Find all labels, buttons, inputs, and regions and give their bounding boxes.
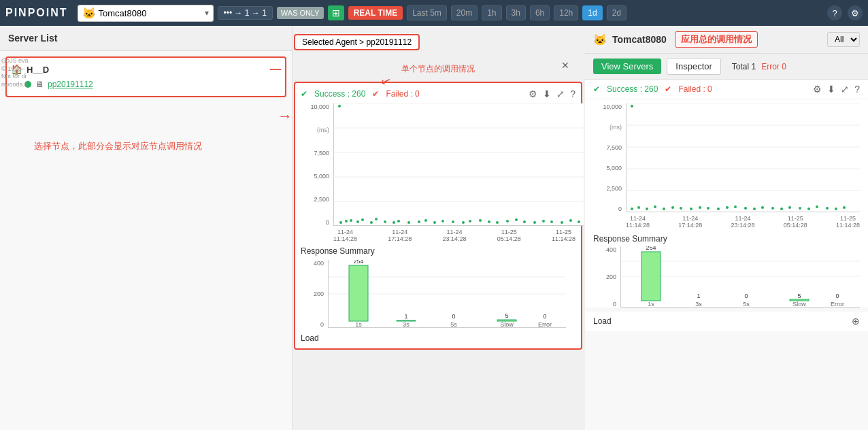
svg-point-28 bbox=[523, 220, 526, 223]
all-select[interactable]: All bbox=[827, 32, 860, 47]
svg-point-9 bbox=[361, 218, 364, 221]
grid-button[interactable]: ⊞ bbox=[328, 5, 344, 20]
expand-icon[interactable]: ⤢ bbox=[556, 88, 565, 99]
time-btn-2d[interactable]: 2d bbox=[607, 5, 627, 20]
svg-point-27 bbox=[515, 218, 518, 221]
left-scatter-chart bbox=[333, 103, 584, 226]
right-expand-icon[interactable]: ⤢ bbox=[841, 84, 849, 95]
right-load-title: Load bbox=[593, 316, 612, 326]
inspector-button[interactable]: Inspector bbox=[667, 58, 720, 75]
close-icon[interactable]: ✕ bbox=[561, 60, 569, 71]
right-response-summary-title: Response Summary bbox=[593, 234, 860, 244]
time-btn-3h[interactable]: 3h bbox=[506, 5, 526, 20]
svg-point-10 bbox=[370, 221, 373, 224]
svg-point-67 bbox=[726, 206, 729, 209]
time-btn-last5m[interactable]: Last 5m bbox=[407, 5, 447, 20]
collapse-icon[interactable]: — bbox=[270, 63, 281, 76]
svg-point-35 bbox=[338, 105, 341, 108]
svg-point-56 bbox=[631, 208, 633, 210]
svg-point-7 bbox=[350, 219, 352, 222]
connection-info: ••• → 1 → 1 bbox=[218, 6, 273, 20]
left-bar-chart: 254 1 0 5 0 1s 3s 5s Slow Error bbox=[328, 260, 566, 328]
svg-point-59 bbox=[654, 205, 656, 208]
right-subtitle: 应用总的调用情况 bbox=[675, 31, 758, 48]
svg-point-33 bbox=[569, 219, 572, 222]
right-settings-icon[interactable]: ⚙ bbox=[813, 84, 822, 95]
left-response-summary-title: Response Summary bbox=[301, 246, 575, 256]
agent-item[interactable]: 🖥 pp20191112 bbox=[11, 77, 281, 92]
svg-text:0: 0 bbox=[744, 293, 748, 299]
svg-text:Error: Error bbox=[831, 301, 844, 308]
svg-text:5: 5 bbox=[797, 293, 801, 299]
svg-point-65 bbox=[707, 207, 710, 210]
left-chart-panel: ✔ Success : 260 ✔ Failed : 0 ⚙ ⬇ ⤢ ? 10,… bbox=[294, 82, 582, 350]
svg-point-12 bbox=[384, 220, 386, 223]
connection-text: ••• → 1 → 1 bbox=[224, 8, 267, 18]
right-load-expand-icon[interactable]: ⊕ bbox=[852, 316, 860, 327]
annotation-arrow2: → bbox=[278, 108, 293, 125]
svg-text:0: 0 bbox=[835, 293, 839, 299]
time-btn-6h[interactable]: 6h bbox=[530, 5, 550, 20]
svg-point-34 bbox=[578, 220, 580, 223]
right-help-icon[interactable]: ? bbox=[854, 84, 860, 95]
select-node-annotation: 选择节点，此部分会显示对应节点调用情况 bbox=[34, 140, 202, 152]
settings-panel-icon[interactable]: ⚙ bbox=[529, 88, 537, 99]
sidebar: GoJS eva © 1998– Not for di nwoods.c Ser… bbox=[0, 26, 293, 430]
svg-point-19 bbox=[441, 220, 444, 222]
right-toolbar: View Servers Inspector Total 1 Error 0 bbox=[585, 54, 868, 80]
right-x-axis: 11-2411:14:28 11-2417:14:28 11-2423:14:2… bbox=[626, 215, 860, 229]
realtime-button[interactable]: REAL TIME bbox=[348, 6, 403, 20]
svg-text:1: 1 bbox=[404, 313, 407, 320]
svg-point-58 bbox=[646, 208, 648, 210]
right-download-icon[interactable]: ⬇ bbox=[827, 84, 835, 95]
svg-point-32 bbox=[561, 221, 563, 224]
svg-point-69 bbox=[744, 207, 747, 210]
svg-point-71 bbox=[761, 206, 764, 209]
right-stat-row: ✔ Success : 260 ✔ Failed : 0 ⚙ ⬇ ⤢ ? bbox=[585, 80, 868, 99]
right-panel: 🐱 Tomcat8080 应用总的调用情况 All View Servers I… bbox=[585, 26, 868, 430]
server-group-name: H__D bbox=[27, 65, 266, 75]
agent-name[interactable]: pp20191112 bbox=[48, 80, 93, 89]
svg-point-29 bbox=[533, 221, 536, 224]
svg-point-74 bbox=[788, 206, 791, 209]
right-title: Tomcat8080 bbox=[612, 34, 667, 45]
was-only-button[interactable]: WAS ONLY bbox=[277, 7, 324, 19]
svg-point-68 bbox=[734, 205, 737, 208]
time-btn-1d[interactable]: 1d bbox=[582, 5, 602, 20]
settings-icon[interactable]: ⚙ bbox=[848, 5, 863, 20]
download-icon[interactable]: ⬇ bbox=[543, 88, 551, 99]
app-name: Tomcat8080 bbox=[99, 8, 202, 18]
single-node-label: 单个节点的调用情况 bbox=[401, 63, 475, 75]
svg-point-31 bbox=[550, 220, 553, 223]
svg-point-64 bbox=[699, 206, 701, 209]
svg-text:Slow: Slow bbox=[792, 301, 806, 308]
gojs-eval-text: GoJS eva © 1998– Not for di nwoods.c bbox=[1, 57, 42, 89]
svg-point-18 bbox=[433, 221, 436, 224]
total-label: Total 1 bbox=[732, 62, 756, 71]
svg-text:1s: 1s bbox=[355, 321, 362, 328]
time-btn-20m[interactable]: 20m bbox=[451, 5, 478, 20]
svg-text:254: 254 bbox=[353, 260, 363, 265]
left-failed-check: ✔ bbox=[372, 89, 379, 99]
svg-point-20 bbox=[452, 220, 454, 223]
svg-point-79 bbox=[835, 208, 837, 210]
help-icon[interactable]: ? bbox=[827, 5, 842, 20]
chevron-down-icon: ▾ bbox=[205, 8, 209, 18]
right-y-axis: 10,000 (ms) 7,500 5,000 2,500 0 bbox=[593, 103, 623, 212]
svg-point-15 bbox=[407, 221, 410, 224]
svg-point-13 bbox=[393, 221, 395, 224]
help-panel-icon[interactable]: ? bbox=[570, 88, 575, 99]
svg-text:5s: 5s bbox=[743, 301, 750, 308]
svg-point-63 bbox=[690, 208, 692, 210]
svg-point-73 bbox=[780, 208, 783, 210]
server-list-content: 🏠 H__D — 🖥 pp20191112 bbox=[0, 51, 292, 107]
time-btn-12h[interactable]: 12h bbox=[554, 5, 578, 20]
time-btn-1h[interactable]: 1h bbox=[482, 5, 501, 20]
svg-point-5 bbox=[339, 221, 342, 224]
header-icons: ? ⚙ bbox=[827, 5, 863, 20]
svg-point-61 bbox=[671, 206, 674, 209]
svg-text:Error: Error bbox=[538, 321, 552, 328]
app-selector[interactable]: 🐱 Tomcat8080 ▾ bbox=[78, 5, 214, 22]
svg-point-81 bbox=[631, 105, 633, 108]
view-servers-button[interactable]: View Servers bbox=[593, 59, 661, 74]
